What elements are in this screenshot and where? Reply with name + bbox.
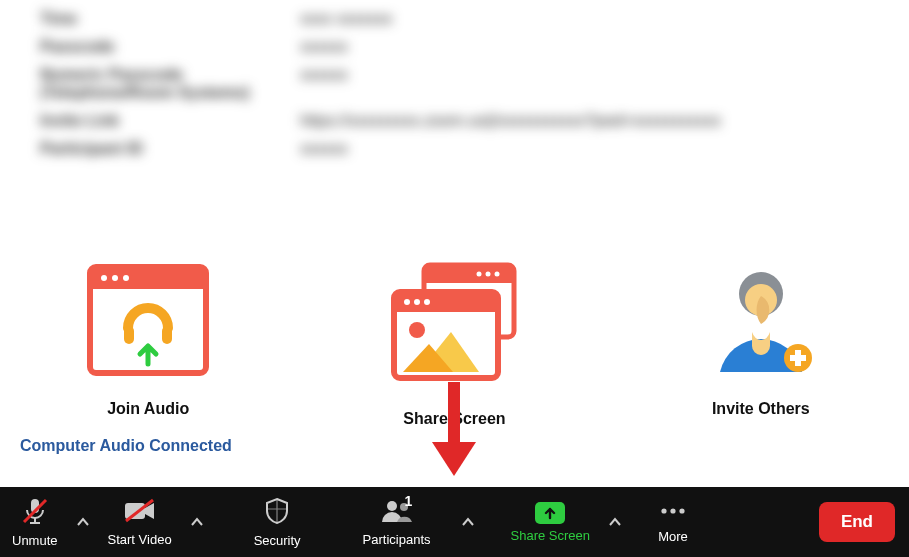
participants-options-chevron[interactable] [455,487,481,557]
chevron-up-icon [609,513,621,531]
share-screen-toolbar-icon [535,502,565,524]
join-audio-action[interactable]: Join Audio [83,260,213,418]
unmute-button[interactable]: Unmute [0,487,70,557]
svg-point-34 [387,501,397,511]
svg-rect-1 [90,267,206,289]
end-button[interactable]: End [819,502,895,542]
svg-point-38 [679,508,684,513]
chevron-up-icon [462,513,474,531]
chevron-up-icon [77,513,89,531]
start-video-label: Start Video [108,532,172,547]
svg-marker-26 [432,442,476,476]
info-label: Invite Link [40,112,300,130]
svg-point-2 [101,275,107,281]
more-label: More [658,529,688,544]
svg-point-9 [495,272,500,277]
svg-point-17 [409,322,425,338]
security-label: Security [254,533,301,548]
svg-point-36 [661,508,666,513]
svg-point-37 [670,508,675,513]
share-screen-toolbar-label: Share Screen [511,528,591,543]
participants-label: Participants [363,532,431,547]
svg-point-15 [414,299,420,305]
join-audio-label: Join Audio [107,400,189,418]
svg-point-14 [404,299,410,305]
meeting-toolbar: Unmute Start Video [0,487,909,557]
audio-options-chevron[interactable] [70,487,96,557]
info-value: xxxxxx [300,66,348,102]
svg-rect-25 [448,382,460,446]
join-audio-icon [83,260,213,384]
invite-others-label: Invite Others [712,400,810,418]
info-value: xxxxxx [300,38,348,56]
video-options-chevron[interactable] [184,487,210,557]
info-label: Passcode [40,38,300,56]
info-label: Numeric Passcode (Telephone/Room Systems… [40,66,300,102]
shield-icon [263,497,291,529]
share-screen-icon [379,260,529,394]
svg-point-16 [424,299,430,305]
audio-status-text: Computer Audio Connected [20,437,232,455]
svg-point-11 [477,272,482,277]
info-label: Participant ID [40,140,300,158]
chevron-up-icon [191,513,203,531]
start-video-button[interactable]: Start Video [96,487,184,557]
meeting-info-blurred: Timexxxx xxxxxxx Passcodexxxxxx Numeric … [40,0,879,210]
participants-count: 1 [405,493,413,509]
unmute-label: Unmute [12,533,58,548]
microphone-muted-icon [20,497,50,529]
svg-rect-31 [125,503,145,519]
invite-others-icon [696,260,826,384]
svg-rect-5 [124,326,134,344]
info-label: Time [40,10,300,28]
share-screen-button[interactable]: Share Screen [499,487,603,557]
invite-others-action[interactable]: Invite Others [696,260,826,418]
info-value: xxxxxx [300,140,348,158]
info-value: xxxx xxxxxxx [300,10,392,28]
svg-rect-24 [790,355,806,361]
security-button[interactable]: Security [242,487,313,557]
annotation-arrow-icon [430,382,478,481]
video-off-icon [123,498,157,528]
svg-point-10 [486,272,491,277]
svg-rect-6 [162,326,172,344]
more-ellipsis-icon [658,501,688,525]
svg-point-4 [123,275,129,281]
info-value: https://xxxxxxxxx.zoom.us/j/xxxxxxxxxxx?… [300,112,721,130]
svg-point-3 [112,275,118,281]
participants-button[interactable]: 1 Participants [351,487,455,557]
svg-rect-8 [424,265,514,283]
more-button[interactable]: More [646,487,700,557]
share-options-chevron[interactable] [602,487,628,557]
